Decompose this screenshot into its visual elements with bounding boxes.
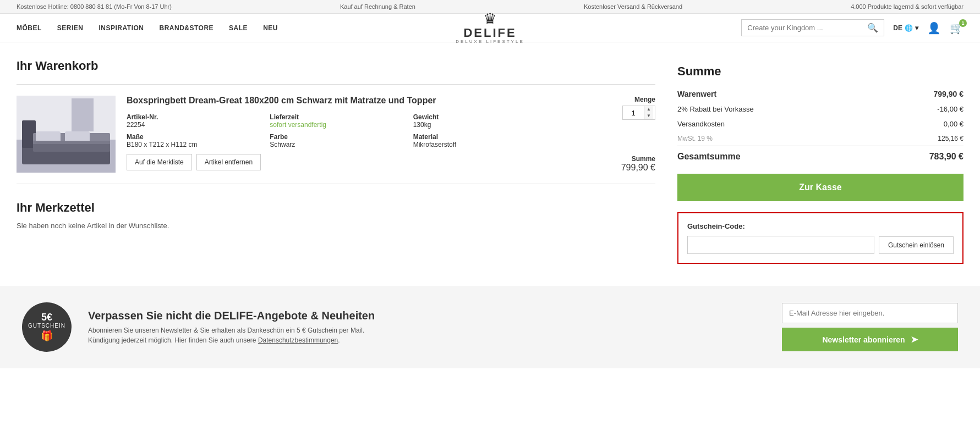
nav-inspiration[interactable]: INSPIRATION xyxy=(99,24,144,32)
main-content: Ihr Warenkorb xyxy=(0,42,980,264)
merkzettel-empty: Sie haben noch keine Artikel in der Wuns… xyxy=(17,222,655,230)
merkzettel-title: Ihr Merkzettel xyxy=(17,201,655,215)
newsletter-title: Verpassen Sie nicht die DELIFE-Angebote … xyxy=(88,310,765,322)
coupon-badge: 5€ GUTSCHEIN 🎁 xyxy=(22,302,72,352)
quantity-down-button[interactable]: ▼ xyxy=(644,113,653,119)
coupon-amount: 5€ xyxy=(41,312,52,323)
newsletter-text: Verpassen Sie nicht die DELIFE-Angebote … xyxy=(88,310,765,345)
farbe-value: Schwarz xyxy=(270,141,413,148)
quantity-control: ▲ ▼ xyxy=(622,106,655,120)
farbe-label: Farbe xyxy=(270,133,413,141)
chevron-down-icon: ▾ xyxy=(915,24,918,32)
summe-label: Summe xyxy=(621,155,655,163)
remove-item-button[interactable]: Artikel entfernen xyxy=(196,154,261,170)
item-summe-value: 799,90 € xyxy=(621,163,655,173)
lieferzeit-value: sofort versandfertig xyxy=(270,121,413,129)
logo-sub: DELUXE LIFESTYLE xyxy=(456,39,524,44)
nav-serien[interactable]: SERIEN xyxy=(57,24,84,32)
versand-text: Kostenloser Versand & Rückversand xyxy=(584,3,682,10)
artikel-label: Artikel-Nr. xyxy=(127,113,270,121)
cart-item: Boxspringbett Dream-Great 180x200 cm Sch… xyxy=(17,96,655,184)
material-label: Material xyxy=(413,133,556,141)
price-summary-table: Warenwert 799,90 € 2% Rabatt bei Vorkass… xyxy=(677,86,963,165)
quantity-up-button[interactable]: ▲ xyxy=(644,106,653,113)
nav-brand[interactable]: BRAND&STORE xyxy=(159,24,213,32)
gesamt-value: 783,90 € xyxy=(875,146,963,165)
newsletter-form: Newsletter abonnieren ➤ xyxy=(782,303,958,351)
mwst-value: 125,16 € xyxy=(875,131,963,146)
warenwert-label: Warenwert xyxy=(677,86,875,102)
rabatt-label: 2% Rabatt bei Vorkasse xyxy=(677,102,875,117)
datenschutz-link[interactable]: Datenschutzbestimmungen xyxy=(258,336,338,344)
gewicht-label: Gewicht xyxy=(413,113,556,121)
svg-rect-10 xyxy=(33,141,110,144)
coupon-section: Gutschein-Code: Gutschein einlösen xyxy=(677,212,963,264)
search-input[interactable] xyxy=(747,24,867,32)
header-right: 🔍 DE 🌐 ▾ 👤 🛒 1 xyxy=(741,19,963,36)
masse-label: Maße xyxy=(127,133,270,141)
lieferzeit-label: Lieferzeit xyxy=(270,113,413,121)
newsletter-email-input[interactable] xyxy=(782,303,958,323)
cart-button[interactable]: 🛒 1 xyxy=(950,21,963,35)
logo[interactable]: ♛ DELIFE DELUXE LIFESTYLE xyxy=(456,12,524,44)
logo-name: DELIFE xyxy=(463,27,516,39)
rabatt-value: -16,00 € xyxy=(875,102,963,117)
newsletter-desc2: Kündigung jederzeit möglich. Hier finden… xyxy=(88,336,256,344)
product-image xyxy=(17,96,116,173)
cart-section: Ihr Warenkorb xyxy=(17,59,677,264)
summe-heading: Summe xyxy=(677,64,963,79)
versand-value: 0,00 € xyxy=(875,117,963,131)
cart-badge: 1 xyxy=(959,19,967,27)
nav-mobel[interactable]: MÖBEL xyxy=(17,24,42,32)
globe-icon: 🌐 xyxy=(905,24,913,32)
search-box[interactable]: 🔍 xyxy=(741,19,884,36)
masse-value: B180 x T212 x H112 cm xyxy=(127,141,270,148)
quantity-arrows: ▲ ▼ xyxy=(644,106,653,119)
cart-item-details: Boxspringbett Dream-Great 180x200 cm Sch… xyxy=(127,96,556,173)
versand-label: Versandkosten xyxy=(677,117,875,131)
search-icon[interactable]: 🔍 xyxy=(867,23,878,33)
mwst-label: MwSt. 19 % xyxy=(677,131,875,146)
menge-label: Menge xyxy=(622,96,655,103)
newsletter-desc: Abonnieren Sie unseren Newsletter & Sie … xyxy=(88,325,765,345)
subscribe-button[interactable]: Newsletter abonnieren ➤ xyxy=(782,328,958,351)
gewicht-value: 130kg xyxy=(413,121,556,129)
material-value: Mikrofaserstoff xyxy=(413,141,556,148)
produkte-text: 4.000 Produkte lagernd & sofort verfügba… xyxy=(851,3,963,10)
item-actions: Auf die Merkliste Artikel entfernen xyxy=(127,154,556,170)
artikel-value: 22254 xyxy=(127,121,270,129)
redeem-coupon-button[interactable]: Gutschein einlösen xyxy=(879,236,954,254)
newsletter-desc1: Abonnieren Sie unseren Newsletter & Sie … xyxy=(88,327,364,334)
warenwert-value: 799,90 € xyxy=(875,86,963,102)
gesamt-label: Gesamtsumme xyxy=(677,146,875,165)
cart-title: Ihr Warenkorb xyxy=(17,59,655,73)
logo-crown-icon: ♛ xyxy=(483,12,497,27)
sidebar-section: Summe Warenwert 799,90 € 2% Rabatt bei V… xyxy=(677,59,963,264)
hotline-text: Kostenlose Hotline: 0800 880 81 81 (Mo-F… xyxy=(17,3,172,10)
add-to-wishlist-button[interactable]: Auf die Merkliste xyxy=(127,154,192,170)
coupon-input[interactable] xyxy=(687,236,874,254)
svg-rect-2 xyxy=(72,98,94,131)
cart-divider xyxy=(17,84,655,85)
product-title: Boxspringbett Dream-Great 180x200 cm Sch… xyxy=(127,96,556,106)
coupon-sub-label: GUTSCHEIN xyxy=(28,323,65,329)
rechnung-text: Kauf auf Rechnung & Raten xyxy=(340,3,415,10)
language-selector[interactable]: DE 🌐 ▾ xyxy=(893,24,918,32)
nav-neu[interactable]: NEU xyxy=(263,24,278,32)
coupon-row: Gutschein einlösen xyxy=(687,236,954,254)
lang-label: DE xyxy=(893,24,902,32)
item-right: Menge ▲ ▼ Summe 799,90 € xyxy=(567,96,655,173)
gift-icon: 🎁 xyxy=(41,330,53,342)
user-icon[interactable]: 👤 xyxy=(927,21,941,35)
newsletter-section: 5€ GUTSCHEIN 🎁 Verpassen Sie nicht die D… xyxy=(0,286,980,368)
main-nav: MÖBEL SERIEN INSPIRATION BRAND&STORE SAL… xyxy=(17,24,278,32)
checkout-button[interactable]: Zur Kasse xyxy=(677,174,963,201)
item-meta: Artikel-Nr. 22254 Lieferzeit sofort vers… xyxy=(127,113,556,148)
quantity-input[interactable] xyxy=(623,107,644,119)
header: MÖBEL SERIEN INSPIRATION BRAND&STORE SAL… xyxy=(0,14,980,42)
send-icon: ➤ xyxy=(911,334,918,345)
coupon-label: Gutschein-Code: xyxy=(687,222,954,230)
subscribe-label: Newsletter abonnieren xyxy=(822,335,905,344)
nav-sale[interactable]: SALE xyxy=(229,24,248,32)
